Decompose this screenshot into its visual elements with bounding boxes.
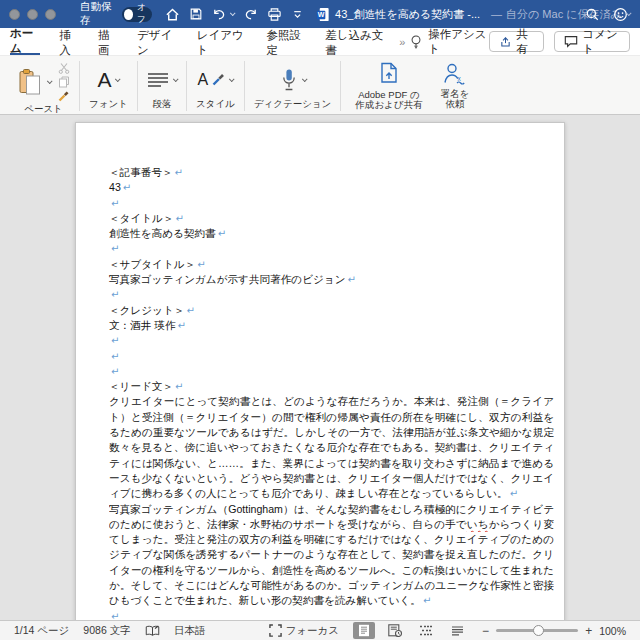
autosave-label: 自動保存 bbox=[80, 0, 116, 28]
document-line[interactable]: 写真家ゴッティンガムが示す共同著作のビジョン↵ bbox=[109, 272, 554, 287]
tab-デザイン[interactable]: デザイン bbox=[137, 28, 178, 55]
document-line[interactable]: クリエイターにとって契約書とは、どのような存在だろうか。本来は、発注側（＝クライ… bbox=[109, 394, 554, 409]
focus-button[interactable]: フォーカス bbox=[269, 624, 339, 638]
document-line[interactable]: 創造性を高める契約書↵ bbox=[109, 226, 554, 241]
zoom-slider[interactable] bbox=[496, 629, 578, 632]
comment-button[interactable]: コメント bbox=[554, 31, 630, 52]
document-line[interactable]: ースも少なくないという。どうやら契約書とは、クリエイター個人だけではなく、クリエ… bbox=[109, 471, 554, 486]
document-content[interactable]: ＜記事番号＞↵43↵↵＜タイトル＞↵創造性を高める契約書↵↵＜サブタイトル＞↵写… bbox=[76, 123, 564, 620]
ribbon-group-request-signature[interactable]: x 署名を 依頼 bbox=[432, 61, 479, 111]
document-line[interactable]: か。そして、そこにはどんな可能性があるのか。ゴッティンガムのユニークな作家性と密… bbox=[109, 578, 554, 593]
zoom-level[interactable]: 100% bbox=[599, 625, 626, 637]
document-line[interactable]: ＜クレジット＞↵ bbox=[109, 303, 554, 318]
view-switcher bbox=[353, 622, 468, 639]
undo-icon[interactable] bbox=[212, 7, 234, 22]
document-line[interactable]: ↵ bbox=[109, 241, 554, 256]
ribbon-group-dictation[interactable]: ディクテーション bbox=[245, 61, 342, 111]
document-line[interactable]: ＜記事番号＞↵ bbox=[109, 165, 554, 180]
more-commands-icon[interactable] bbox=[291, 8, 304, 21]
microphone-icon bbox=[280, 68, 298, 92]
pilcrow-mark: ↵ bbox=[186, 305, 194, 316]
save-icon[interactable] bbox=[189, 7, 203, 21]
print-icon[interactable] bbox=[267, 7, 282, 22]
zoom-slider-thumb[interactable] bbox=[533, 625, 544, 636]
pilcrow-mark: ↵ bbox=[111, 198, 119, 209]
document-line[interactable]: てしまった。受注と発注の双方の利益を明確にするだけではなく、クリエイティブのため… bbox=[109, 532, 554, 547]
zoom-out-button[interactable]: − bbox=[482, 624, 489, 638]
outline-view-button[interactable] bbox=[415, 622, 437, 639]
home-icon[interactable] bbox=[165, 7, 180, 22]
tell-me-assist[interactable]: 操作アシスト bbox=[428, 27, 488, 57]
window-minimize-button[interactable] bbox=[27, 9, 38, 20]
document-line[interactable]: イターの権利を守るツールから、創造性を高めるツールへ。この転換はいかにして生まれ… bbox=[109, 563, 554, 578]
tab-参照設定[interactable]: 参照設定 bbox=[266, 28, 306, 55]
print-layout-view-button[interactable] bbox=[353, 622, 375, 639]
document-line[interactable]: 数々を見ると、傍に追いやっておきたくなる厄介な存在でもある。契約書は、クリエイテ… bbox=[109, 440, 554, 455]
share-button[interactable]: 共有 bbox=[489, 31, 544, 52]
document-line[interactable]: ↵ bbox=[109, 349, 554, 364]
word-count[interactable]: 9086 文字 bbox=[83, 624, 130, 638]
pilcrow-mark: ↵ bbox=[175, 167, 183, 178]
tab-overflow-indicator[interactable]: » bbox=[399, 36, 404, 48]
document-line[interactable]: ↵ bbox=[109, 333, 554, 348]
styles-brush-icon bbox=[212, 73, 225, 86]
document-title[interactable]: 43_創造性を高める契約書 -... bbox=[335, 7, 480, 22]
document-line[interactable]: ↵ bbox=[109, 196, 554, 211]
proofing-icon[interactable] bbox=[145, 625, 160, 637]
document-page[interactable]: ＜記事番号＞↵43↵↵＜タイトル＞↵創造性を高める契約書↵↵＜サブタイトル＞↵写… bbox=[75, 122, 565, 620]
copy-icon[interactable] bbox=[58, 76, 70, 88]
document-line[interactable]: ↵ bbox=[109, 287, 554, 302]
tab-レイアウト[interactable]: レイアウト bbox=[197, 28, 248, 55]
paste-group-label: ペースト bbox=[24, 104, 63, 114]
pilcrow-mark: ↵ bbox=[510, 488, 518, 499]
pilcrow-mark: ↵ bbox=[111, 351, 119, 362]
document-line[interactable]: 43↵ bbox=[109, 180, 554, 195]
document-line[interactable]: 文：酒井 瑛作↵ bbox=[109, 318, 554, 333]
paragraph-dropdown-chevron-icon[interactable] bbox=[173, 76, 179, 82]
zoom-in-button[interactable]: + bbox=[585, 624, 592, 638]
document-canvas[interactable]: ＜記事番号＞↵43↵↵＜タイトル＞↵創造性を高める契約書↵↵＜サブタイトル＞↵写… bbox=[0, 115, 640, 620]
document-line[interactable]: ト）と受注側（＝クリエイター）の間で権利の帰属や責任の所在を明確にし、双方の利益… bbox=[109, 410, 554, 425]
window-close-button[interactable] bbox=[9, 9, 20, 20]
format-painter-icon[interactable] bbox=[58, 90, 70, 102]
tab-差し込み文書[interactable]: 差し込み文書 bbox=[325, 28, 385, 55]
document-line[interactable]: ↵ bbox=[109, 364, 554, 379]
font-dropdown-chevron-icon[interactable] bbox=[115, 76, 121, 82]
pilcrow-mark: ↵ bbox=[111, 243, 119, 254]
document-line[interactable]: ＜タイトル＞↵ bbox=[109, 211, 554, 226]
window-zoom-button[interactable] bbox=[45, 9, 56, 20]
document-line[interactable]: のために使おうと、法律家・水野祐のサポートを受けながら、自らの手でいちからつくり… bbox=[109, 517, 554, 532]
tab-ホーム[interactable]: ホーム bbox=[10, 28, 40, 55]
web-layout-view-button[interactable] bbox=[384, 622, 406, 639]
document-line[interactable]: るための重要なツールであるはずだ。しかしその一方で、法律用語が並ぶ条文や細かな規… bbox=[109, 425, 554, 440]
tab-挿入[interactable]: 挿入 bbox=[59, 28, 79, 55]
ribbon-group-adobe-pdf[interactable]: Adobe PDF の 作成および共有 bbox=[341, 61, 431, 111]
cut-icon[interactable] bbox=[58, 62, 70, 74]
styles-dropdown-chevron-icon[interactable] bbox=[229, 76, 235, 82]
dictation-group-label: ディクテーション bbox=[254, 99, 332, 109]
tab-描画[interactable]: 描画 bbox=[98, 28, 118, 55]
draft-view-button[interactable] bbox=[446, 622, 468, 639]
document-line[interactable]: ＜リード文＞↵ bbox=[109, 379, 554, 394]
dictation-dropdown-chevron-icon[interactable] bbox=[301, 76, 307, 82]
document-line[interactable]: ィブに携わる多くの人にとっても厄介であり、疎ましい存在となっているらしい。↵ bbox=[109, 486, 554, 501]
document-line[interactable]: ジティブな関係を誘発するパートナーのような存在として、契約書を捉え直したのだ。ク… bbox=[109, 547, 554, 562]
autosave-toggle[interactable]: オフ bbox=[122, 7, 152, 22]
document-line[interactable]: ティには関係ない、と……。また、業界によっては契約書を取り交わさずに納品まで進め… bbox=[109, 456, 554, 471]
search-icon[interactable] bbox=[585, 7, 600, 22]
redo-icon[interactable] bbox=[243, 7, 258, 22]
document-line[interactable]: ↵ bbox=[109, 609, 554, 620]
paste-dropdown-chevron-icon[interactable] bbox=[47, 78, 53, 84]
language-indicator[interactable]: 日本語 bbox=[174, 624, 206, 638]
ribbon-group-font[interactable]: A フォント bbox=[80, 61, 138, 111]
ribbon-group-styles[interactable]: A スタイル bbox=[187, 61, 245, 111]
page-indicator[interactable]: 1/14 ページ bbox=[14, 624, 69, 638]
spellcheck-flagged-text[interactable]: いち bbox=[467, 518, 489, 530]
ribbon-group-paragraph[interactable]: 段落 bbox=[138, 61, 187, 111]
undo-dropdown-chevron-icon[interactable] bbox=[230, 10, 236, 16]
document-line[interactable]: ＜サブタイトル＞↵ bbox=[109, 257, 554, 272]
document-line[interactable]: 写真家ゴッティンガム（Gottingham）は、そんな契約書をむしろ積極的にクリ… bbox=[109, 502, 554, 517]
paste-button[interactable] bbox=[17, 68, 51, 96]
app-window: { "titlebar": { "autosave_label": "自動保存"… bbox=[0, 0, 640, 640]
document-line[interactable]: ひもづくことで生まれた、新しい形の契約書を読み解いていく。↵ bbox=[109, 593, 554, 608]
